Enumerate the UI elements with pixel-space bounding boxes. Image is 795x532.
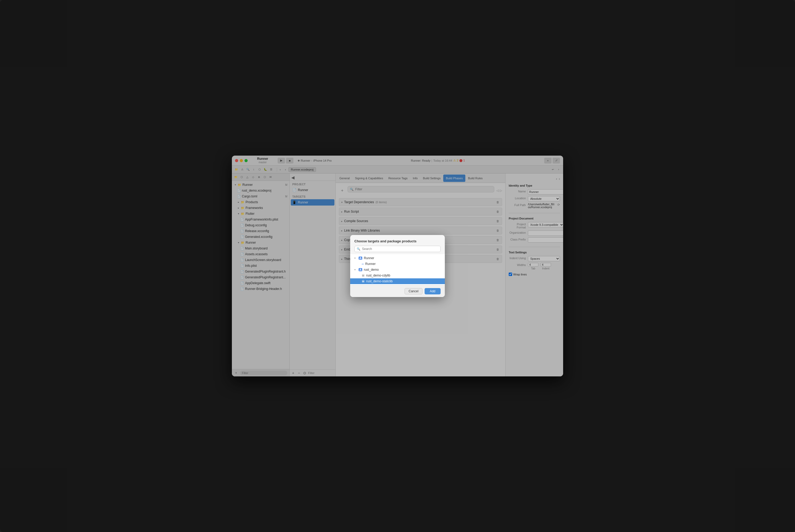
- add-button[interactable]: Add: [424, 288, 441, 294]
- modal-header: Choose targets and package products 🔍: [350, 235, 445, 254]
- modal-item-runner-target[interactable]: ‹› Runner: [350, 261, 445, 267]
- modal-search-input[interactable]: [362, 247, 438, 251]
- runner-target-icon: ‹›: [362, 262, 364, 265]
- runner-group-icon: A: [359, 256, 362, 260]
- modal-overlay: Choose targets and package products 🔍 ▾ …: [0, 0, 795, 532]
- cancel-button[interactable]: Cancel: [404, 288, 422, 294]
- modal-item-rustdemo-staticlib[interactable]: 🏛 rust_demo-staticlib: [350, 278, 445, 284]
- staticlib-icon: 🏛: [362, 280, 365, 283]
- modal-item-runner-group[interactable]: ▾ A Runner: [350, 255, 445, 261]
- cdylib-icon: 🏛: [362, 274, 365, 277]
- modal-tree: ▾ A Runner ‹› Runner ▾ A rust_demo 🏛 rus…: [350, 254, 445, 285]
- modal-footer: Cancel Add: [350, 285, 445, 297]
- modal-title: Choose targets and package products: [354, 239, 441, 243]
- modal-item-rustdemo-cdylib[interactable]: 🏛 rust_demo-cdylib: [350, 272, 445, 278]
- rustdemo-disclosure-icon: ▾: [354, 268, 357, 271]
- modal-search-bar: 🔍: [354, 246, 441, 252]
- modal-item-rustdemo-group[interactable]: ▾ A rust_demo: [350, 267, 445, 272]
- modal-dialog: Choose targets and package products 🔍 ▾ …: [350, 235, 445, 297]
- rustdemo-group-icon: A: [359, 268, 362, 271]
- modal-search-icon: 🔍: [357, 247, 360, 251]
- runner-disclosure-icon: ▾: [354, 257, 357, 260]
